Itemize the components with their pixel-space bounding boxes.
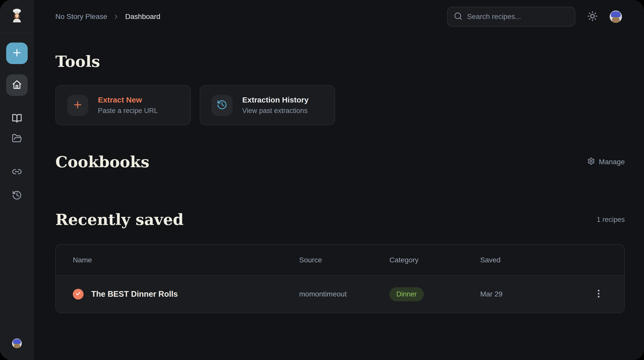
kebab-menu-icon [593,289,604,300]
sidebar-item-dashboard[interactable] [6,74,28,96]
sidebar-user-avatar[interactable] [12,338,22,348]
gear-icon [587,157,595,167]
book-open-icon [12,113,22,125]
check-icon [75,291,81,297]
home-icon [12,79,22,91]
category-badge: Dinner [389,287,424,301]
breadcrumb-current: Dashboard [125,13,160,21]
main-area: No Story Please Dashboard [34,0,644,360]
dashboard-content: Tools Extract New Paste a recipe URL [34,33,644,360]
plus-icon [72,99,83,111]
search-icon [454,12,462,22]
extract-new-tile [67,95,88,116]
recipe-source: momontimeout [299,290,389,298]
extract-new-title: Extract New [98,96,158,104]
app-logo[interactable] [0,0,34,33]
search-box [447,7,575,27]
column-header-source: Source [299,256,389,264]
breadcrumb: No Story Please Dashboard [55,13,160,21]
sidebar-item-extract-url[interactable] [11,166,23,178]
recently-saved-heading: Recently saved [55,212,184,227]
link-icon [12,167,22,178]
extract-new-subtitle: Paste a recipe URL [98,107,158,115]
app-window: No Story Please Dashboard [0,0,644,360]
table-header-row: Name Source Category Saved [56,245,624,276]
tools-heading: Tools [55,54,625,69]
recipe-saved-date: Mar 29 [480,290,573,298]
plus-icon [11,47,23,59]
sidebar-item-add-recipe[interactable] [6,43,28,64]
recipe-status-badge [73,289,84,300]
column-header-name: Name [73,256,299,264]
table-row[interactable]: The BEST Dinner Rolls momontimeout Dinne… [56,276,624,313]
chef-logo-icon [9,8,25,25]
folder-open-icon [12,133,22,145]
column-header-category: Category [389,256,480,264]
history-icon [217,99,227,111]
extraction-history-subtitle: View past extractions [242,107,308,115]
recent-recipes-table: Name Source Category Saved The BEST Dinn… [55,244,625,313]
sidebar-item-collections[interactable] [11,133,23,145]
breadcrumb-root[interactable]: No Story Please [55,13,107,21]
top-bar: No Story Please Dashboard [34,0,644,33]
user-avatar[interactable] [610,11,622,23]
extraction-history-title: Extraction History [242,96,308,104]
sidebar [0,0,34,360]
recipe-name[interactable]: The BEST Dinner Rolls [91,290,178,299]
extraction-history-card[interactable]: Extraction History View past extractions [200,85,335,125]
cookbooks-heading: Cookbooks [55,154,149,170]
manage-label: Manage [599,158,625,166]
search-input[interactable] [467,13,569,21]
tool-cards: Extract New Paste a recipe URL Extractio… [55,85,625,125]
sun-icon [587,11,598,23]
row-actions-button[interactable] [590,286,607,302]
extraction-history-tile [212,95,233,116]
sidebar-item-cookbooks[interactable] [11,113,23,125]
extract-new-card[interactable]: Extract New Paste a recipe URL [55,85,191,125]
theme-toggle-button[interactable] [587,11,598,23]
manage-cookbooks-button[interactable]: Manage [587,157,625,167]
recipes-count: 1 recipes [597,216,625,224]
column-header-saved: Saved [480,256,573,264]
sidebar-item-history[interactable] [11,190,23,202]
chevron-right-icon [113,13,119,20]
history-icon [12,190,22,201]
